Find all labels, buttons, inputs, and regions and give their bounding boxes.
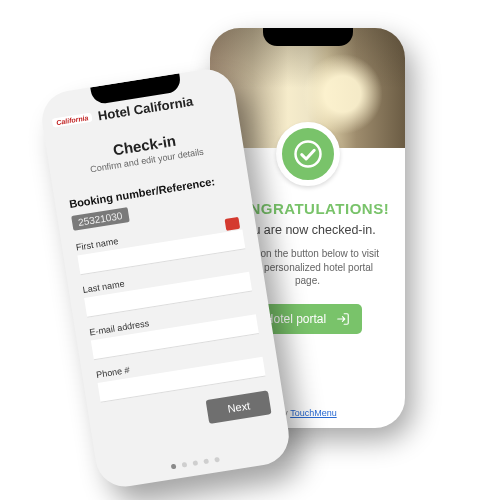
booking-label: Booking number/Reference: bbox=[68, 172, 235, 210]
next-button[interactable]: Next bbox=[206, 390, 272, 424]
svg-point-0 bbox=[295, 142, 320, 167]
checkmark-badge bbox=[276, 122, 340, 186]
required-badge-icon bbox=[225, 217, 241, 231]
booking-value: 25321030 bbox=[71, 207, 129, 231]
pager-dot[interactable] bbox=[214, 457, 220, 463]
login-icon bbox=[336, 312, 350, 326]
next-button-label: Next bbox=[227, 399, 251, 414]
pager-dot[interactable] bbox=[203, 459, 209, 465]
checkmark-icon bbox=[293, 139, 323, 169]
pager-dot[interactable] bbox=[170, 464, 176, 470]
pager-dot[interactable] bbox=[181, 462, 187, 468]
hotel-logo: California bbox=[52, 113, 93, 128]
phone-notch bbox=[263, 28, 353, 46]
pager-dot[interactable] bbox=[192, 460, 198, 466]
